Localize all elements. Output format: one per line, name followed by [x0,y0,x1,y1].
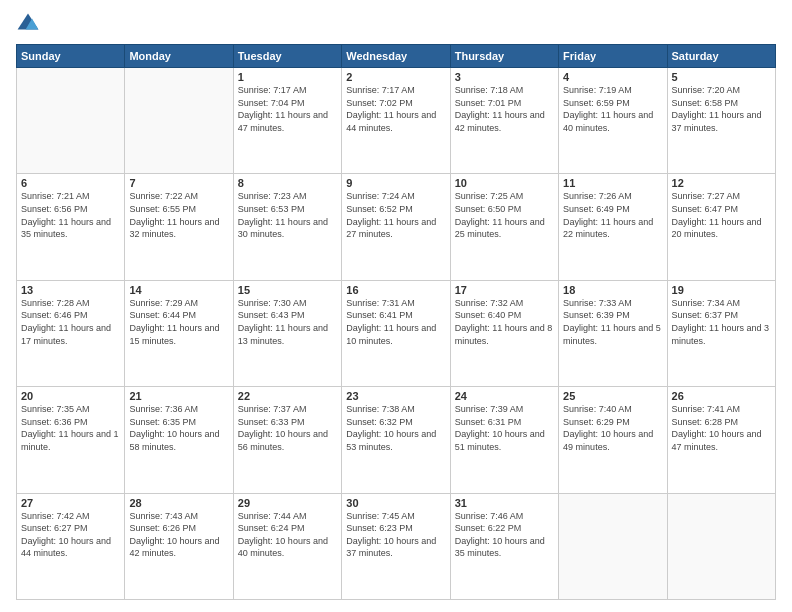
calendar-cell: 30Sunrise: 7:45 AM Sunset: 6:23 PM Dayli… [342,493,450,599]
day-info: Sunrise: 7:40 AM Sunset: 6:29 PM Dayligh… [563,403,662,453]
calendar-cell [559,493,667,599]
calendar-cell: 20Sunrise: 7:35 AM Sunset: 6:36 PM Dayli… [17,387,125,493]
calendar-table: SundayMondayTuesdayWednesdayThursdayFrid… [16,44,776,600]
day-info: Sunrise: 7:39 AM Sunset: 6:31 PM Dayligh… [455,403,554,453]
day-number: 21 [129,390,228,402]
calendar-cell: 15Sunrise: 7:30 AM Sunset: 6:43 PM Dayli… [233,280,341,386]
day-info: Sunrise: 7:35 AM Sunset: 6:36 PM Dayligh… [21,403,120,453]
day-number: 5 [672,71,771,83]
calendar-cell [667,493,775,599]
calendar-cell: 26Sunrise: 7:41 AM Sunset: 6:28 PM Dayli… [667,387,775,493]
day-number: 31 [455,497,554,509]
day-number: 25 [563,390,662,402]
calendar-cell: 28Sunrise: 7:43 AM Sunset: 6:26 PM Dayli… [125,493,233,599]
calendar-week-row: 20Sunrise: 7:35 AM Sunset: 6:36 PM Dayli… [17,387,776,493]
weekday-header-sunday: Sunday [17,45,125,68]
header [16,12,776,36]
day-number: 22 [238,390,337,402]
calendar-cell: 19Sunrise: 7:34 AM Sunset: 6:37 PM Dayli… [667,280,775,386]
day-number: 23 [346,390,445,402]
day-info: Sunrise: 7:33 AM Sunset: 6:39 PM Dayligh… [563,297,662,347]
day-number: 3 [455,71,554,83]
day-info: Sunrise: 7:22 AM Sunset: 6:55 PM Dayligh… [129,190,228,240]
day-info: Sunrise: 7:34 AM Sunset: 6:37 PM Dayligh… [672,297,771,347]
calendar-cell: 18Sunrise: 7:33 AM Sunset: 6:39 PM Dayli… [559,280,667,386]
weekday-header-friday: Friday [559,45,667,68]
day-info: Sunrise: 7:30 AM Sunset: 6:43 PM Dayligh… [238,297,337,347]
day-info: Sunrise: 7:23 AM Sunset: 6:53 PM Dayligh… [238,190,337,240]
day-info: Sunrise: 7:44 AM Sunset: 6:24 PM Dayligh… [238,510,337,560]
calendar-cell: 27Sunrise: 7:42 AM Sunset: 6:27 PM Dayli… [17,493,125,599]
day-number: 1 [238,71,337,83]
weekday-header-wednesday: Wednesday [342,45,450,68]
day-number: 24 [455,390,554,402]
calendar-cell: 22Sunrise: 7:37 AM Sunset: 6:33 PM Dayli… [233,387,341,493]
calendar-cell: 29Sunrise: 7:44 AM Sunset: 6:24 PM Dayli… [233,493,341,599]
day-info: Sunrise: 7:17 AM Sunset: 7:04 PM Dayligh… [238,84,337,134]
logo-icon [16,12,40,36]
day-info: Sunrise: 7:24 AM Sunset: 6:52 PM Dayligh… [346,190,445,240]
day-info: Sunrise: 7:45 AM Sunset: 6:23 PM Dayligh… [346,510,445,560]
calendar-cell: 10Sunrise: 7:25 AM Sunset: 6:50 PM Dayli… [450,174,558,280]
day-info: Sunrise: 7:19 AM Sunset: 6:59 PM Dayligh… [563,84,662,134]
logo [16,12,44,36]
calendar-cell: 9Sunrise: 7:24 AM Sunset: 6:52 PM Daylig… [342,174,450,280]
day-number: 4 [563,71,662,83]
calendar-cell: 3Sunrise: 7:18 AM Sunset: 7:01 PM Daylig… [450,68,558,174]
calendar-cell: 11Sunrise: 7:26 AM Sunset: 6:49 PM Dayli… [559,174,667,280]
day-number: 29 [238,497,337,509]
day-number: 10 [455,177,554,189]
day-number: 16 [346,284,445,296]
day-info: Sunrise: 7:46 AM Sunset: 6:22 PM Dayligh… [455,510,554,560]
calendar-week-row: 27Sunrise: 7:42 AM Sunset: 6:27 PM Dayli… [17,493,776,599]
calendar-cell: 6Sunrise: 7:21 AM Sunset: 6:56 PM Daylig… [17,174,125,280]
day-number: 12 [672,177,771,189]
day-number: 2 [346,71,445,83]
day-number: 28 [129,497,228,509]
weekday-header-monday: Monday [125,45,233,68]
calendar-cell: 16Sunrise: 7:31 AM Sunset: 6:41 PM Dayli… [342,280,450,386]
calendar-cell: 13Sunrise: 7:28 AM Sunset: 6:46 PM Dayli… [17,280,125,386]
day-number: 26 [672,390,771,402]
day-info: Sunrise: 7:26 AM Sunset: 6:49 PM Dayligh… [563,190,662,240]
day-info: Sunrise: 7:36 AM Sunset: 6:35 PM Dayligh… [129,403,228,453]
day-number: 11 [563,177,662,189]
page: SundayMondayTuesdayWednesdayThursdayFrid… [0,0,792,612]
calendar-cell: 8Sunrise: 7:23 AM Sunset: 6:53 PM Daylig… [233,174,341,280]
weekday-header-thursday: Thursday [450,45,558,68]
day-number: 27 [21,497,120,509]
day-number: 20 [21,390,120,402]
day-number: 9 [346,177,445,189]
calendar-week-row: 13Sunrise: 7:28 AM Sunset: 6:46 PM Dayli… [17,280,776,386]
calendar-cell: 1Sunrise: 7:17 AM Sunset: 7:04 PM Daylig… [233,68,341,174]
calendar-cell: 12Sunrise: 7:27 AM Sunset: 6:47 PM Dayli… [667,174,775,280]
calendar-cell: 2Sunrise: 7:17 AM Sunset: 7:02 PM Daylig… [342,68,450,174]
day-info: Sunrise: 7:27 AM Sunset: 6:47 PM Dayligh… [672,190,771,240]
calendar-cell: 24Sunrise: 7:39 AM Sunset: 6:31 PM Dayli… [450,387,558,493]
day-info: Sunrise: 7:29 AM Sunset: 6:44 PM Dayligh… [129,297,228,347]
calendar-cell: 21Sunrise: 7:36 AM Sunset: 6:35 PM Dayli… [125,387,233,493]
day-number: 17 [455,284,554,296]
day-info: Sunrise: 7:42 AM Sunset: 6:27 PM Dayligh… [21,510,120,560]
calendar-week-row: 6Sunrise: 7:21 AM Sunset: 6:56 PM Daylig… [17,174,776,280]
day-number: 14 [129,284,228,296]
calendar-cell: 14Sunrise: 7:29 AM Sunset: 6:44 PM Dayli… [125,280,233,386]
weekday-header-saturday: Saturday [667,45,775,68]
day-number: 18 [563,284,662,296]
day-info: Sunrise: 7:25 AM Sunset: 6:50 PM Dayligh… [455,190,554,240]
day-info: Sunrise: 7:41 AM Sunset: 6:28 PM Dayligh… [672,403,771,453]
day-info: Sunrise: 7:18 AM Sunset: 7:01 PM Dayligh… [455,84,554,134]
day-number: 8 [238,177,337,189]
calendar-cell [17,68,125,174]
weekday-header-tuesday: Tuesday [233,45,341,68]
calendar-week-row: 1Sunrise: 7:17 AM Sunset: 7:04 PM Daylig… [17,68,776,174]
day-info: Sunrise: 7:31 AM Sunset: 6:41 PM Dayligh… [346,297,445,347]
calendar-cell: 25Sunrise: 7:40 AM Sunset: 6:29 PM Dayli… [559,387,667,493]
day-info: Sunrise: 7:21 AM Sunset: 6:56 PM Dayligh… [21,190,120,240]
day-info: Sunrise: 7:20 AM Sunset: 6:58 PM Dayligh… [672,84,771,134]
day-number: 30 [346,497,445,509]
calendar-cell: 7Sunrise: 7:22 AM Sunset: 6:55 PM Daylig… [125,174,233,280]
day-number: 19 [672,284,771,296]
day-info: Sunrise: 7:32 AM Sunset: 6:40 PM Dayligh… [455,297,554,347]
day-number: 15 [238,284,337,296]
